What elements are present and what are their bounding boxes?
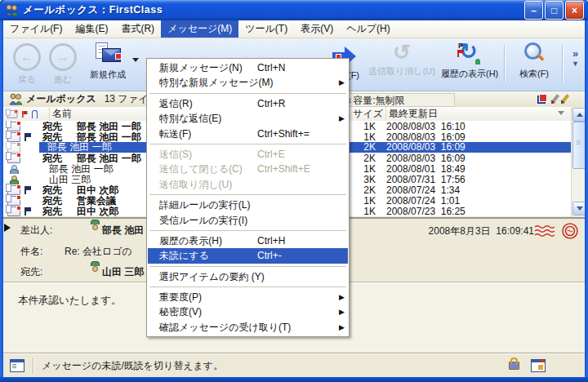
flag-icon	[24, 186, 33, 194]
submenu-arrow-icon: ▶	[339, 111, 345, 126]
menu-item-show-history[interactable]: 履歴の表示(H)Ctrl+H	[148, 233, 348, 248]
menu-item-special-new-message[interactable]: 特別な新規メッセージ(M)▶	[148, 75, 348, 90]
title-bar[interactable]: メールボックス：FirstClass – □ ×	[0, 0, 588, 20]
menu-separator	[149, 194, 346, 195]
toolbar-separator	[562, 45, 563, 82]
from-label: 差出人:	[20, 224, 52, 238]
menu-item-run-advanced-rules[interactable]: 詳細ルールの実行(L)	[148, 198, 348, 212]
subject-value: Re: 会社ロゴの	[65, 245, 132, 259]
status-bar: メッセージの未読/既読を切り替えます。	[3, 353, 585, 378]
statusbar-separator	[33, 358, 33, 374]
to-label: 宛先:	[20, 265, 42, 279]
menu-separator	[149, 266, 346, 267]
message-body-text: 本件承認いたします。	[18, 294, 121, 308]
layout-icon[interactable]	[531, 359, 546, 372]
mailbox-icon	[9, 93, 23, 105]
submenu-arrow-icon: ▶	[339, 320, 345, 335]
layers-icon[interactable]	[537, 94, 547, 104]
submenu-arrow-icon: ▶	[339, 75, 345, 90]
submenu-arrow-icon: ▶	[339, 290, 345, 304]
column-date[interactable]: 最終更新日	[386, 107, 571, 121]
menu-bar: ファイル(F) 編集(E) 書式(R) メッセージ(M) ツール(T) 表示(V…	[3, 20, 585, 38]
flag-icon	[24, 133, 33, 141]
vertical-scrollbar[interactable]	[571, 107, 586, 216]
menu-separator	[149, 93, 346, 94]
menu-item-forward[interactable]: 転送(F)Ctrl+Shift+=	[148, 127, 348, 141]
statusbar-text: メッセージの未読/既読を切り替えます。	[42, 359, 223, 373]
close-button[interactable]: ×	[565, 1, 584, 20]
firstclass-window: メールボックス：FirstClass – □ × ファイル(F) 編集(E) 書…	[0, 0, 588, 382]
menu-item-special-reply[interactable]: 特別な返信(E)▶	[148, 111, 348, 126]
menu-separator	[149, 144, 346, 144]
menu-item-unsend[interactable]: 送信取り消し(U)	[148, 177, 348, 192]
menu-item-importance[interactable]: 重要度(P)▶	[148, 290, 348, 304]
app-icon	[5, 4, 19, 16]
minimize-button[interactable]: –	[524, 1, 543, 20]
search-icon	[522, 42, 546, 65]
toolbar-overflow-chevron-icon[interactable]: »▼	[572, 50, 579, 68]
window-list-icon[interactable]	[10, 359, 24, 372]
flag-column-icon	[22, 111, 29, 118]
mail-read-icon	[7, 143, 20, 153]
column-size[interactable]: サイズ	[348, 107, 386, 121]
person-icon	[9, 165, 19, 174]
search-button[interactable]: 検索(F)	[511, 42, 557, 87]
forward-icon: →	[49, 43, 77, 71]
subject-label: 件名:	[20, 245, 42, 259]
window-border-right	[585, 20, 588, 382]
back-icon: ←	[13, 43, 41, 71]
menu-item-summarize-selected[interactable]: 選択アイテムの要約 (Y)	[148, 269, 348, 284]
new-message-dropdown-icon[interactable]	[132, 58, 139, 65]
to-value[interactable]: 山田 三郎	[102, 265, 144, 279]
menu-item-sensitivity[interactable]: 秘密度(V)▶	[148, 304, 348, 319]
postmark-icon	[534, 221, 578, 241]
mail-icon	[7, 207, 20, 216]
menu-view[interactable]: 表示(V)	[294, 20, 340, 38]
maximize-button[interactable]: □	[545, 1, 564, 20]
history-icon: ↻P	[456, 42, 483, 65]
window-border-left	[0, 20, 3, 382]
back-button[interactable]: ← 戻る	[10, 42, 44, 87]
menu-format[interactable]: 書式(R)	[114, 20, 161, 38]
mail-icon	[7, 153, 20, 163]
menu-item-new-message[interactable]: 新規メッセージ(N)Ctrl+N	[148, 60, 348, 75]
new-message-button[interactable]: 新規作成	[83, 42, 132, 87]
menu-item-run-receive-rules[interactable]: 受信ルールの実行(I)	[148, 213, 348, 228]
mailbox-title: メールボックス	[26, 92, 96, 106]
column-status-icons[interactable]	[3, 107, 50, 121]
message-menu: 新規メッセージ(N)Ctrl+N 特別な新規メッセージ(M)▶ 返信(R)Ctr…	[146, 58, 350, 337]
unsend-icon: ↺	[393, 42, 411, 63]
toolbar-separator	[504, 45, 505, 82]
menu-file[interactable]: ファイル(F)	[3, 20, 69, 38]
pencil-gold-icon[interactable]	[561, 94, 570, 104]
menu-separator	[149, 286, 346, 287]
menu-item-send[interactable]: 送信(S)Ctrl+E	[148, 147, 348, 162]
menu-message[interactable]: メッセージ(M)	[161, 20, 238, 38]
forward-button[interactable]: → 進む	[46, 42, 80, 87]
submenu-arrow-icon: ▶	[339, 304, 345, 319]
menu-item-send-and-close[interactable]: 送信して閉じる(C)Ctrl+Shift+E	[148, 162, 348, 176]
lock-icon[interactable]	[509, 362, 519, 370]
menu-item-reply[interactable]: 返信(R)Ctrl+R	[148, 96, 348, 111]
menu-item-receipt[interactable]: 確認メッセージの受け取り(T)▶	[148, 320, 348, 335]
window-title: メールボックス：FirstClass	[23, 3, 524, 17]
person-icon	[9, 175, 19, 184]
show-history-button[interactable]: ↻P 履歴の表示(H)	[436, 42, 503, 87]
new-message-icon	[94, 42, 122, 66]
menu-tools[interactable]: ツール(T)	[238, 20, 294, 38]
column-menu-dropdown-icon[interactable]	[558, 111, 564, 118]
menu-help[interactable]: ヘルプ(H)	[340, 20, 397, 38]
menu-item-mark-unread[interactable]: 未読にするCtrl+-	[148, 248, 348, 263]
unsend-button[interactable]: ↺ 送信取り消し(U)	[369, 42, 434, 87]
envelope-column-icon	[7, 110, 18, 118]
attachment-column-icon	[32, 110, 38, 118]
client-area: ファイル(F) 編集(E) 書式(R) メッセージ(M) ツール(T) 表示(V…	[3, 20, 585, 377]
window-border-bottom	[0, 377, 588, 382]
flag-icon	[24, 207, 33, 215]
menu-edit[interactable]: 編集(E)	[69, 20, 114, 38]
menu-separator	[149, 230, 346, 231]
message-date: 2008年8月3日 16:09:41	[429, 224, 534, 238]
